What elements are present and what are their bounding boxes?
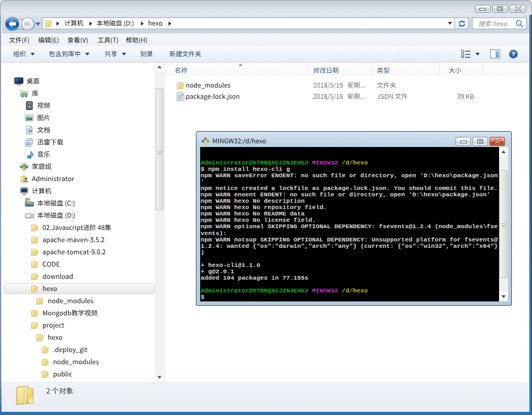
svg-text:?: ? xyxy=(511,51,515,57)
